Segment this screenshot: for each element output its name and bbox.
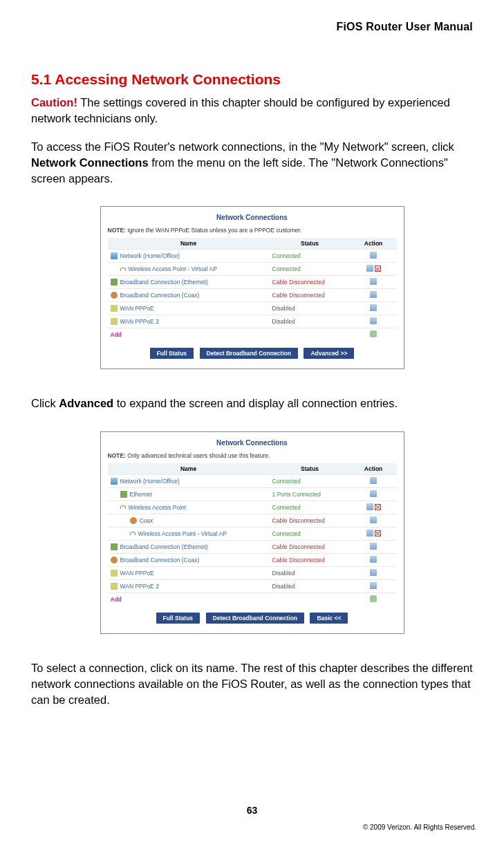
table-row: Broadband Connection (Coax)Cable Disconn… [108,553,397,566]
coax-icon [111,557,118,563]
note-text: Only advanced technical users should use… [126,452,270,459]
connection-name-link[interactable]: WAN PPPoE [120,570,154,577]
delete-icon[interactable] [375,530,381,537]
detect-broadband-button[interactable]: Detect Broadband Connection [200,348,298,359]
note-label: NOTE: [108,227,126,234]
basic-button[interactable]: Basic << [310,613,348,624]
connection-status: Cable Disconnected [270,553,351,566]
connection-status: Connected [270,474,351,487]
edit-icon[interactable] [366,265,373,272]
eth-icon [120,491,127,498]
connection-status: Disabled [270,315,351,328]
action-cell [351,487,397,501]
instruction-paragraph-3: To select a connection, click on its nam… [31,660,473,708]
screenshot-note: NOTE: Only advanced technical users shou… [108,452,397,459]
col-status: Status [270,463,351,475]
edit-icon[interactable] [370,569,377,576]
add-link[interactable]: Add [108,328,270,342]
coax-icon [130,517,137,524]
connection-name-link[interactable]: Broadband Connection (Ethernet) [120,543,208,550]
connection-name-link[interactable]: Broadband Connection (Coax) [120,292,200,299]
table-row: Network (Home/Office)Connected [108,250,397,263]
connection-status: Cable Disconnected [270,514,351,527]
table-row: Wireless Access Point - Virtual APConnec… [108,527,397,540]
table-row: Broadband Connection (Ethernet)Cable Dis… [108,540,397,553]
connection-status: Cable Disconnected [270,540,351,553]
wifi-icon [120,268,126,271]
para1-a: To access the FiOS Router's network conn… [31,140,454,153]
screenshot-advanced: Network Connections NOTE: Only advanced … [100,431,404,634]
eth-icon [111,279,118,286]
para2-b: to expand the screen and display all con… [113,397,398,409]
edit-icon[interactable] [370,477,377,484]
connection-status: Disabled [270,579,351,593]
edit-icon[interactable] [366,530,373,537]
edit-icon[interactable] [370,317,377,324]
edit-icon[interactable] [366,503,373,510]
edit-icon[interactable] [370,490,377,497]
section-heading: 5.1 Accessing Network Connections [31,71,473,88]
action-cell [351,566,397,579]
connection-name-link[interactable]: Coax [140,517,153,524]
connection-status: Disabled [270,566,351,579]
table-row: WAN PPPoEDisabled [108,566,397,579]
detect-broadband-button[interactable]: Detect Broadband Connection [206,613,304,624]
connection-name-link[interactable]: WAN PPPoE 2 [120,318,159,325]
screenshot-title: Network Connections [108,214,397,221]
full-status-button[interactable]: Full Status [150,348,194,359]
table-row: WAN PPPoE 2Disabled [108,315,397,328]
note-label: NOTE: [108,452,126,459]
col-name: Name [108,238,270,250]
connection-status: Disabled [270,302,351,315]
para2-a: Click [31,397,59,409]
connection-name-link[interactable]: Network (Home/Office) [120,252,180,259]
connection-name-link[interactable]: Network (Home/Office) [120,478,180,485]
add-link[interactable]: Add [108,593,270,606]
edit-icon[interactable] [370,291,377,298]
connection-name-link[interactable]: WAN PPPoE 2 [120,583,159,590]
table-row: Broadband Connection (Coax)Cable Disconn… [108,289,397,302]
edit-icon[interactable] [370,278,377,285]
action-cell [351,514,397,527]
action-cell [351,315,397,328]
delete-icon[interactable] [375,265,381,272]
instruction-paragraph-2: Click Advanced to expand the screen and … [31,395,473,411]
table-row: Network (Home/Office)Connected [108,474,397,487]
note-text: Ignore the WAN PPPoE Status unless you a… [126,227,301,234]
col-action: Action [351,463,397,475]
add-icon[interactable] [370,595,377,602]
add-icon[interactable] [370,330,377,337]
connection-status: Connected [270,250,351,263]
connection-name-link[interactable]: Wireless Access Point - Virtual AP [129,265,217,272]
delete-icon[interactable] [375,504,381,510]
instruction-paragraph-1: To access the FiOS Router's network conn… [31,139,473,187]
wan-icon [111,570,118,577]
connections-table-advanced: Name Status Action Network (Home/Office)… [108,463,397,606]
edit-icon[interactable] [370,252,377,259]
advanced-button[interactable]: Advanced >> [304,348,354,359]
edit-icon[interactable] [370,304,377,311]
full-status-button[interactable]: Full Status [156,613,200,624]
col-name: Name [108,463,270,475]
connection-name-link[interactable]: WAN PPPoE [120,305,154,312]
connection-status: Connected [270,501,351,514]
table-row: Ethernet1 Ports Connected [108,487,397,501]
action-cell [351,302,397,315]
action-cell [351,579,397,593]
table-row: Broadband Connection (Ethernet)Cable Dis… [108,276,397,289]
table-row: WAN PPPoE 2Disabled [108,579,397,593]
connection-name-link[interactable]: Broadband Connection (Coax) [120,557,200,563]
action-cell [351,527,397,540]
connection-name-link[interactable]: Broadband Connection (Ethernet) [120,279,208,286]
wan-icon [111,583,118,590]
connection-name-link[interactable]: Wireless Access Point [129,504,187,511]
edit-icon[interactable] [370,556,377,563]
edit-icon[interactable] [370,543,377,550]
action-cell [351,553,397,566]
table-row: WAN PPPoEDisabled [108,302,397,315]
action-cell [351,250,397,263]
edit-icon[interactable] [370,516,377,523]
connection-name-link[interactable]: Ethernet [130,491,152,498]
edit-icon[interactable] [370,582,377,589]
connection-name-link[interactable]: Wireless Access Point - Virtual AP [138,530,227,537]
